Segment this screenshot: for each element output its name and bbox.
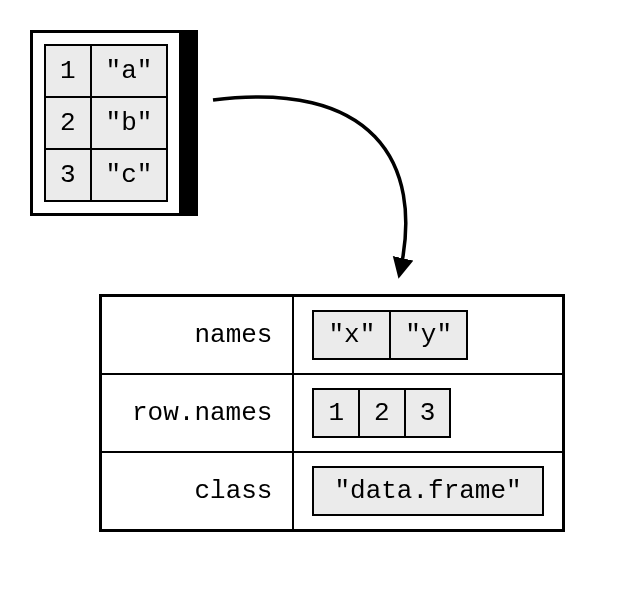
- attr-value-rownames: 1 2 3: [293, 374, 562, 452]
- rownames-vector: 1 2 3: [312, 388, 451, 438]
- names-vector: "x" "y": [312, 310, 468, 360]
- source-cell-2-1: "c": [90, 148, 169, 202]
- source-data-frame: 1 "a" 2 "b" 3 "c": [30, 30, 198, 216]
- rownames-cell-1: 2: [360, 390, 406, 436]
- source-cell-1-1: "b": [90, 96, 169, 150]
- attr-label-names: names: [101, 296, 293, 374]
- rownames-cell-2: 3: [406, 390, 450, 436]
- attr-value-names: "x" "y": [293, 296, 562, 374]
- class-value: "data.frame": [314, 468, 541, 514]
- names-cell-0: "x": [314, 312, 391, 358]
- source-grid: 1 "a" 2 "b" 3 "c": [33, 33, 179, 213]
- attributes-table: names "x" "y" row.names 1 2 3 class "dat…: [99, 294, 565, 532]
- source-cell-0-0: 1: [44, 44, 92, 98]
- names-cell-1: "y": [391, 312, 466, 358]
- attributes-handle: [179, 33, 195, 213]
- rownames-cell-0: 1: [314, 390, 360, 436]
- attr-value-class: "data.frame": [293, 452, 562, 530]
- source-cell-0-1: "a": [90, 44, 169, 98]
- attr-label-rownames: row.names: [101, 374, 293, 452]
- class-value-box: "data.frame": [312, 466, 543, 516]
- source-cell-1-0: 2: [44, 96, 92, 150]
- source-cell-2-0: 3: [44, 148, 92, 202]
- attr-label-class: class: [101, 452, 293, 530]
